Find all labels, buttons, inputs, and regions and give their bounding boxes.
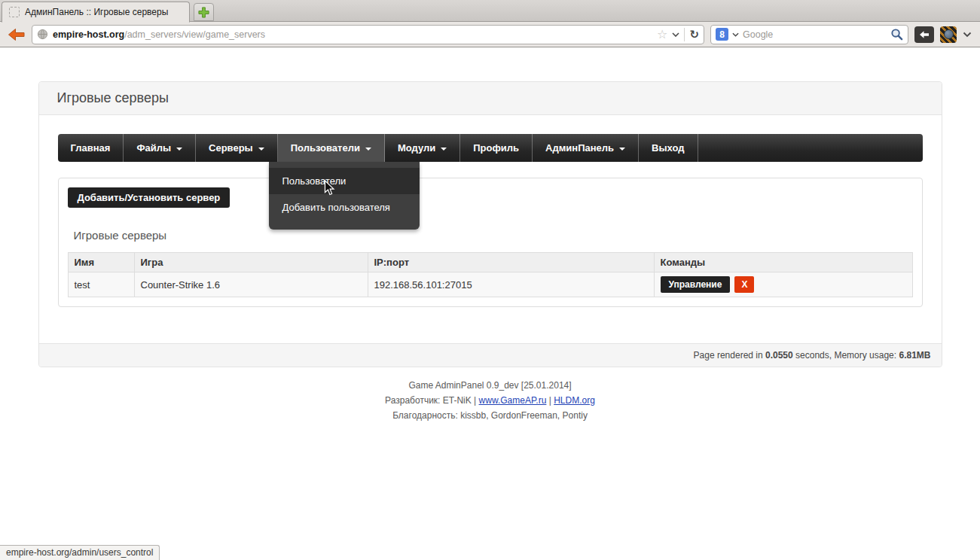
- new-tab-button[interactable]: [194, 3, 214, 21]
- cell-server-name: test: [68, 272, 134, 297]
- footer-thanks-line: Благодарность: kissbb, GordonFreeman, Po…: [0, 408, 980, 423]
- render-stats-bar: Page rendered in 0.0550 seconds, Memory …: [39, 343, 942, 367]
- search-bar[interactable]: 8: [710, 25, 908, 44]
- bookmark-star-icon[interactable]: ☆: [657, 29, 667, 41]
- table-header-row: Имя Игра IP:порт Команды: [68, 253, 912, 272]
- footer-developer-line: Разработчик: ET-NiK | www.GameAP.ru | HL…: [0, 393, 980, 408]
- nav-item-files[interactable]: Файлы: [124, 134, 196, 162]
- footer-dev-text: Разработчик: ET-NiK |: [385, 395, 476, 406]
- manage-server-button[interactable]: Управление: [661, 276, 731, 293]
- users-dropdown-menu: Пользователи Добавить пользователя: [269, 162, 420, 230]
- nav-item-servers[interactable]: Серверы: [196, 134, 278, 162]
- footer-link-gameap[interactable]: www.GameAP.ru: [479, 395, 547, 406]
- browser-tab-bar: АдминПанель :: Игровые серверы: [0, 0, 980, 22]
- admin-panel-container: Игровые серверы Главная Файлы Серверы По…: [38, 81, 942, 367]
- back-arrow-icon: [8, 27, 25, 42]
- caret-down-icon: [365, 148, 371, 151]
- nav-item-users[interactable]: Пользователи: [278, 134, 385, 162]
- globe-icon: [37, 29, 48, 40]
- table-row: test Counter-Strike 1.6 192.168.56.101:2…: [68, 272, 912, 297]
- cell-server-game: Counter-Strike 1.6: [134, 272, 368, 297]
- urlbar-divider: [684, 28, 685, 41]
- col-header-commands: Команды: [654, 253, 912, 272]
- cell-server-ip: 192.168.56.101:27015: [368, 272, 654, 297]
- status-bar-link-preview: empire-host.org/admin/users_control: [0, 545, 160, 560]
- reload-icon[interactable]: ↻: [689, 29, 699, 40]
- main-navbar: Главная Файлы Серверы Пользователи Модул…: [58, 134, 923, 162]
- add-install-server-button[interactable]: Добавить/Установить сервер: [68, 187, 230, 208]
- stats-memory: 6.81MB: [899, 350, 930, 361]
- addon-pocket-button[interactable]: [914, 26, 934, 43]
- delete-server-button[interactable]: X: [734, 276, 754, 293]
- servers-panel: Добавить/Установить сервер Игровые серве…: [58, 178, 923, 307]
- footer-version-line: Game AdminPanel 0.9_dev [25.01.2014]: [0, 378, 980, 393]
- dropdown-item-add-user[interactable]: Добавить пользователя: [269, 194, 420, 221]
- footer-separator: |: [549, 395, 551, 406]
- dropdown-item-users[interactable]: Пользователи: [269, 168, 420, 194]
- page-title: Игровые серверы: [57, 90, 924, 106]
- url-domain: empire-host.org: [53, 29, 124, 40]
- nav-item-logout[interactable]: Выход: [639, 134, 698, 162]
- favicon-placeholder-icon: [9, 7, 20, 17]
- page-viewport: Игровые серверы Главная Файлы Серверы По…: [0, 48, 980, 560]
- col-header-ip-port: IP:порт: [368, 253, 654, 272]
- servers-table: Имя Игра IP:порт Команды test Counter-St…: [68, 252, 913, 297]
- url-path: /adm_servers/view/game_servers: [124, 29, 265, 40]
- plus-icon: [198, 7, 209, 18]
- servers-section-title: Игровые серверы: [74, 229, 913, 242]
- col-header-name: Имя: [68, 253, 134, 272]
- cell-server-commands: УправлениеX: [654, 272, 912, 297]
- url-bar[interactable]: empire-host.org/adm_servers/view/game_se…: [32, 25, 704, 44]
- stats-text: seconds, Memory usage:: [795, 350, 896, 361]
- nav-item-modules[interactable]: Модули: [385, 134, 460, 162]
- addon-extension-button[interactable]: [940, 26, 957, 43]
- col-header-game: Игра: [134, 253, 368, 272]
- stats-time: 0.0550: [765, 350, 793, 361]
- caret-down-icon: [619, 148, 625, 151]
- search-input[interactable]: [743, 29, 887, 40]
- page-body: Главная Файлы Серверы Пользователи Модул…: [39, 115, 942, 343]
- magnifier-icon[interactable]: [890, 28, 903, 41]
- caret-down-icon: [441, 148, 447, 151]
- caret-down-icon: [258, 148, 264, 151]
- footer-link-hldm[interactable]: HLDM.org: [554, 395, 595, 406]
- caret-down-icon: [176, 148, 182, 151]
- search-engine-chevron-icon[interactable]: [732, 32, 739, 37]
- url-text: empire-host.org/adm_servers/view/game_se…: [53, 29, 652, 40]
- addon-extension-icon: [944, 29, 954, 39]
- toolbar-overflow-chevron-icon[interactable]: [963, 32, 972, 38]
- stats-text: Page rendered in: [694, 350, 763, 361]
- back-button[interactable]: [6, 26, 26, 44]
- tab-title: АдминПанель :: Игровые серверы: [25, 7, 168, 17]
- google-search-engine-icon[interactable]: 8: [716, 28, 728, 41]
- browser-tab[interactable]: АдминПанель :: Игровые серверы: [2, 2, 190, 23]
- browser-toolbar: empire-host.org/adm_servers/view/game_se…: [0, 22, 980, 47]
- nav-item-profile[interactable]: Профиль: [460, 134, 533, 162]
- left-arrow-icon: [919, 30, 930, 39]
- urlbar-dropdown-chevron-icon[interactable]: [672, 32, 679, 37]
- nav-item-adminpanel[interactable]: АдминПанель: [533, 134, 639, 162]
- nav-item-home[interactable]: Главная: [58, 134, 124, 162]
- site-footer: Game AdminPanel 0.9_dev [25.01.2014] Раз…: [0, 378, 980, 423]
- page-header: Игровые серверы: [39, 82, 942, 115]
